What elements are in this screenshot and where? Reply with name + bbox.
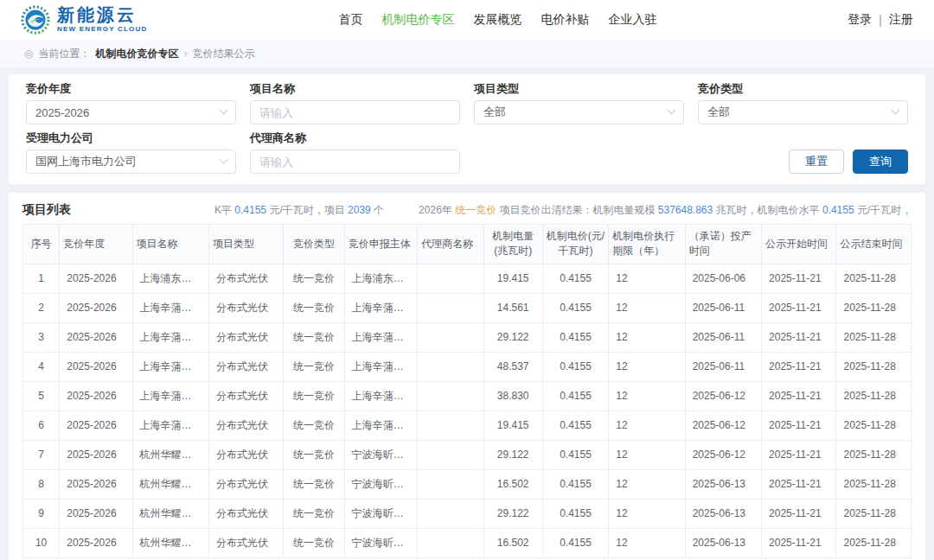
table-cell: 2025-06-12 <box>685 381 761 410</box>
login-link[interactable]: 登录 <box>848 12 872 28</box>
table-cell: 上海辛蒲泰新能... <box>132 322 208 352</box>
table-row: 82025-2026杭州华耀顺新能...分布式光伏统一竞价宁波海昕顺新能...1… <box>23 469 912 499</box>
project-name-input[interactable] <box>250 100 460 124</box>
search-button[interactable]: 查询 <box>853 150 908 174</box>
table-cell: 14.561 <box>483 293 542 322</box>
table-cell: 统一竞价 <box>284 410 344 440</box>
table-cell: 12 <box>609 410 685 440</box>
register-link[interactable]: 注册 <box>889 12 913 28</box>
agent-name-input[interactable] <box>250 150 460 174</box>
table-cell: 2025-06-11 <box>685 352 761 381</box>
table-cell: 29.122 <box>483 322 542 352</box>
table-cell: 2025-11-28 <box>836 264 912 293</box>
chevron-down-icon <box>220 105 228 114</box>
new-energy-cloud-logo-icon <box>21 5 50 35</box>
nav-item-price-subsidy[interactable]: 电价补贴 <box>541 12 589 28</box>
project-type-select[interactable]: 全部 <box>474 100 684 124</box>
top-bar: 新能源云 NEW ENERGY CLOUD 首页机制电价专区发展概览电价补贴企业… <box>0 0 934 40</box>
filter-field-bidding-year: 竞价年度2025-2026 <box>26 83 236 124</box>
table-cell: 0.4155 <box>542 322 608 352</box>
filter-label-project-type: 项目类型 <box>474 83 684 95</box>
table-cell: 2025-11-21 <box>762 410 836 440</box>
list-header: 项目列表 K平 0.4155 元/千瓦时，项目 2039 个2026年 统一竞价… <box>22 193 912 224</box>
table-row: 102025-2026杭州华耀顺新能...分布式光伏统一竞价宁波海昕顺新能...… <box>23 528 912 557</box>
table-cell: 上海辛蒲泰新能... <box>344 381 417 410</box>
column-header: 机制电价(元/千瓦时) <box>542 225 608 264</box>
table-cell: 0.4155 <box>542 499 608 528</box>
announcement-bar: K平 0.4155 元/千瓦时，项目 2039 个2026年 统一竞价 项目竞价… <box>214 203 912 218</box>
table-cell: 12 <box>609 499 685 528</box>
table-cell: 2025-11-28 <box>836 410 912 440</box>
column-header: 竞价类型 <box>284 225 344 264</box>
logo[interactable]: 新能源云 NEW ENERGY CLOUD <box>21 5 147 35</box>
table-cell: 分布式光伏 <box>209 528 284 557</box>
table-cell <box>418 499 483 528</box>
logo-text: 新能源云 NEW ENERGY CLOUD <box>57 6 147 33</box>
table-cell: 9 <box>23 499 60 528</box>
table-cell: 38.830 <box>483 381 542 410</box>
table-cell: 2025-2026 <box>60 410 132 440</box>
table-cell: 上海浦东华电新... <box>344 264 417 293</box>
table-cell: 48.537 <box>483 352 542 381</box>
table-cell: 上海辛蒲泰新能... <box>344 293 417 322</box>
table-cell: 2025-06-13 <box>685 499 761 528</box>
filter-label-project-name: 项目名称 <box>250 83 460 95</box>
column-header: 竞价申报主体 <box>344 225 417 264</box>
filter-field-agent-name: 代理商名称 <box>250 132 460 174</box>
table-cell: 2025-11-21 <box>762 381 836 410</box>
table-cell: 上海辛蒲泰新能... <box>132 352 208 381</box>
table-cell: 2025-11-28 <box>836 381 912 410</box>
nav-item-development-overview[interactable]: 发展概览 <box>473 12 521 28</box>
breadcrumb-section[interactable]: 机制电价竞价专区 <box>95 47 178 61</box>
reset-button[interactable]: 重置 <box>789 150 844 174</box>
table-cell: 2 <box>23 293 60 322</box>
nav-item-home[interactable]: 首页 <box>338 12 362 28</box>
chevron-down-icon <box>220 155 228 163</box>
bidding-year-select[interactable]: 2025-2026 <box>26 100 236 124</box>
table-cell: 统一竞价 <box>284 440 344 469</box>
table-cell: 上海辛蒲泰新能... <box>344 352 417 381</box>
table-cell <box>418 381 483 410</box>
table-cell: 2025-11-28 <box>836 293 912 322</box>
table-cell: 2025-11-21 <box>762 469 836 499</box>
filter-actions: 重置 查询 <box>698 132 908 174</box>
table-cell: 12 <box>609 381 685 410</box>
power-company-select[interactable]: 国网上海市电力公司 <box>26 150 236 174</box>
table-cell <box>418 264 483 293</box>
nav-item-enterprise-entry[interactable]: 企业入驻 <box>608 12 656 28</box>
table-cell: 2025-2026 <box>60 293 132 322</box>
table-cell: 2025-11-28 <box>836 440 912 469</box>
breadcrumb-prefix: 当前位置： <box>38 47 90 61</box>
table-cell: 0.4155 <box>542 293 608 322</box>
table-row: 52025-2026上海辛蒲泰新能...分布式光伏统一竞价上海辛蒲泰新能...3… <box>23 381 912 410</box>
breadcrumb-current: 竞价结果公示 <box>192 47 254 61</box>
table-row: 22025-2026上海辛蒲泰新能...分布式光伏统一竞价上海辛蒲泰新能...1… <box>23 293 912 322</box>
table-cell: 统一竞价 <box>284 381 344 410</box>
table-cell: 上海辛蒲泰新能... <box>344 322 417 352</box>
bidding-type-select[interactable]: 全部 <box>698 100 908 124</box>
table-cell: 2025-06-13 <box>685 469 761 499</box>
table-cell: 2025-2026 <box>60 499 132 528</box>
table-cell: 12 <box>609 264 685 293</box>
table-cell: 2025-11-21 <box>762 264 836 293</box>
table-cell: 统一竞价 <box>284 469 344 499</box>
table-cell: 2025-06-13 <box>685 528 761 557</box>
filter-label-agent-name: 代理商名称 <box>250 132 460 144</box>
column-header: 机制电价执行期限（年） <box>609 225 685 264</box>
table-cell: 19.415 <box>483 264 542 293</box>
table-cell: 上海浦东华电新... <box>132 264 208 293</box>
nav-item-mechanism-price-zone[interactable]: 机制电价专区 <box>381 12 454 28</box>
table-cell: 分布式光伏 <box>209 499 284 528</box>
table-cell: 0.4155 <box>542 469 608 499</box>
table-cell: 12 <box>609 293 685 322</box>
table-cell <box>418 528 483 557</box>
table-cell: 2025-11-21 <box>762 528 836 557</box>
table-cell: 宁波海昕顺新能... <box>344 528 417 557</box>
table-row: 92025-2026杭州华耀顺新能...分布式光伏统一竞价宁波海昕顺新能...2… <box>23 499 912 528</box>
logo-subtitle: NEW ENERGY CLOUD <box>57 26 147 33</box>
table-cell: 宁波海昕顺新能... <box>344 469 417 499</box>
project-list-panel: 项目列表 K平 0.4155 元/千瓦时，项目 2039 个2026年 统一竞价… <box>9 193 925 560</box>
table-cell: 分布式光伏 <box>209 381 284 410</box>
table-cell: 2025-2026 <box>60 352 132 381</box>
table-cell: 杭州华耀顺新能... <box>132 528 208 557</box>
